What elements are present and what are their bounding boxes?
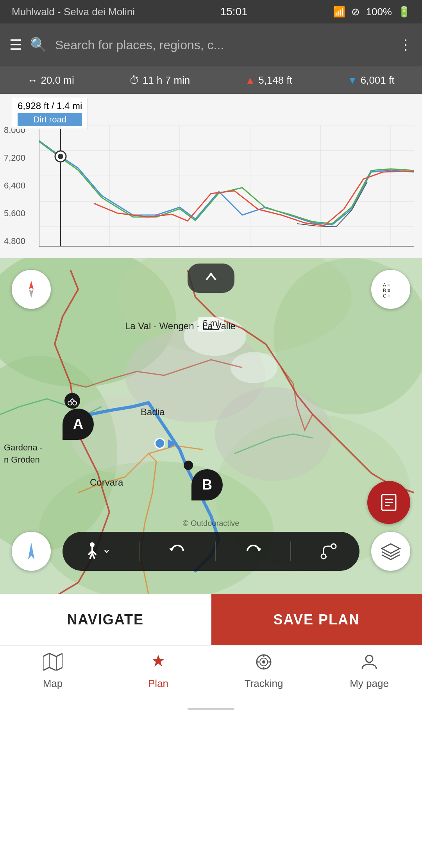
nav-label-mypage: My page <box>350 678 389 690</box>
stats-bar: ↔ 20.0 mi ⏱ 11 h 7 min ▲ 5,148 ft ▼ 6,00… <box>0 66 422 94</box>
nav-label-tracking: Tracking <box>245 678 283 690</box>
toolbar-divider-1 <box>139 542 140 561</box>
map-poi-button[interactable] <box>367 481 410 524</box>
svg-point-50 <box>331 544 336 549</box>
map-gps-button[interactable] <box>12 532 51 571</box>
svg-point-26 <box>231 352 277 383</box>
chart-road-label: Dirt road <box>18 113 82 126</box>
home-indicator <box>188 708 234 710</box>
elevation-up-stat: ▲ 5,148 ft <box>245 74 292 86</box>
map-label-corvara: Corvara <box>90 477 123 488</box>
elevation-down-value: 6,001 ft <box>361 74 395 86</box>
tracking-nav-icon <box>255 653 272 674</box>
distance-icon: ↔ <box>28 74 38 86</box>
distance-value: 20.0 mi <box>41 74 74 86</box>
status-icons: 📶 ⊘ 100% 🔋 <box>333 6 410 18</box>
bottom-buttons: NAVIGATE SAVE PLAN <box>0 594 422 645</box>
mypage-nav-icon <box>361 653 378 674</box>
compass-button[interactable] <box>12 270 51 309</box>
nav-label-map: Map <box>43 678 63 690</box>
svg-marker-40 <box>28 543 34 560</box>
search-bar: ☰ 🔍 Search for places, regions, c... ⋮ <box>0 23 422 66</box>
map-label-laval: La Val - Wengen - La Valle <box>125 321 236 332</box>
nav-item-plan[interactable]: Plan <box>106 653 211 690</box>
elevation-up-value: 5,148 ft <box>258 74 292 86</box>
svg-point-14 <box>58 154 63 159</box>
waypoint-dot <box>184 461 193 470</box>
map-layers-button[interactable] <box>371 532 410 571</box>
toolbar-divider-3 <box>290 542 291 561</box>
duration-value: 11 h 7 min <box>143 74 190 86</box>
map-marker-a[interactable]: A <box>63 409 94 440</box>
svg-text:C ≡: C ≡ <box>383 293 390 299</box>
dnd-icon: ⊘ <box>351 6 360 18</box>
svg-text:A ≡: A ≡ <box>383 282 390 288</box>
plan-nav-icon <box>150 653 167 674</box>
svg-marker-48 <box>257 548 261 551</box>
menu-icon[interactable]: ☰ <box>9 37 22 53</box>
svg-line-46 <box>92 553 95 559</box>
svg-marker-28 <box>29 289 34 298</box>
elevation-down-stat: ▼ 6,001 ft <box>347 74 394 86</box>
map-copyright: © Outdooractive <box>183 519 240 528</box>
map-label-gardena: Gardena -n Gröden <box>4 442 43 466</box>
svg-marker-27 <box>29 281 34 289</box>
battery-label: 100% <box>366 6 392 18</box>
map-area[interactable]: 5 mi A ≡ B ≡ C ≡ La Val - Wengen - La Va… <box>0 258 422 594</box>
nav-item-tracking[interactable]: Tracking <box>211 653 316 690</box>
status-bar: Muhlwald - Selva dei Molini 15:01 📶 ⊘ 10… <box>0 0 422 23</box>
svg-point-32 <box>68 401 72 405</box>
marker-bubble-b[interactable]: B <box>191 469 223 500</box>
map-marker-b[interactable]: B <box>191 469 223 500</box>
route-options-button[interactable] <box>320 542 338 560</box>
svg-marker-47 <box>169 548 174 551</box>
location-dot <box>154 438 165 449</box>
route-arrow: ▶ <box>168 436 177 450</box>
svg-point-33 <box>73 401 77 405</box>
legend-button[interactable]: A ≡ B ≡ C ≡ <box>371 270 410 309</box>
chart-tooltip: 6,928 ft / 1.4 mi Dirt road <box>12 98 88 129</box>
transport-mode-button[interactable] <box>84 542 111 560</box>
svg-text:B ≡: B ≡ <box>383 288 390 293</box>
distance-stat: ↔ 20.0 mi <box>28 74 74 86</box>
status-time: 15:01 <box>220 5 248 18</box>
svg-point-23 <box>215 387 332 481</box>
bottom-nav: Map Plan Tracking <box>0 645 422 716</box>
nav-item-map[interactable]: Map <box>0 653 106 690</box>
chart-tooltip-value: 6,928 ft / 1.4 mi <box>18 100 82 111</box>
search-input[interactable]: Search for places, regions, c... <box>55 38 391 52</box>
search-icon: 🔍 <box>30 37 47 53</box>
nav-label-plan: Plan <box>148 678 168 690</box>
toolbar-divider-2 <box>215 542 216 561</box>
map-toolbar <box>63 532 359 571</box>
svg-point-55 <box>262 660 265 664</box>
nav-item-mypage[interactable]: My page <box>316 653 422 690</box>
svg-marker-38 <box>382 544 400 553</box>
battery-icon: 🔋 <box>398 6 410 18</box>
undo-button[interactable] <box>168 542 186 560</box>
map-nav-icon <box>43 653 63 674</box>
wifi-icon: 📶 <box>333 6 345 18</box>
duration-icon: ⏱ <box>129 74 139 86</box>
elevation-up-icon: ▲ <box>245 74 255 86</box>
save-plan-button[interactable]: SAVE PLAN <box>211 594 422 645</box>
svg-point-60 <box>366 655 373 662</box>
svg-marker-52 <box>43 653 63 671</box>
marker-a-cycle-icon <box>64 393 80 409</box>
svg-point-41 <box>90 542 95 547</box>
status-location: Muhlwald - Selva dei Molini <box>12 6 135 18</box>
collapse-chart-button[interactable] <box>188 264 234 293</box>
navigate-button[interactable]: NAVIGATE <box>0 594 211 645</box>
map-label-badia: Badia <box>141 407 165 418</box>
elevation-chart[interactable]: 6,928 ft / 1.4 mi Dirt road 8,000 7,200 … <box>0 94 422 258</box>
elevation-down-icon: ▼ <box>347 74 358 86</box>
marker-bubble-a[interactable]: A <box>63 409 94 440</box>
redo-button[interactable] <box>244 542 262 560</box>
more-options-icon[interactable]: ⋮ <box>399 37 413 53</box>
duration-stat: ⏱ 11 h 7 min <box>129 74 190 86</box>
